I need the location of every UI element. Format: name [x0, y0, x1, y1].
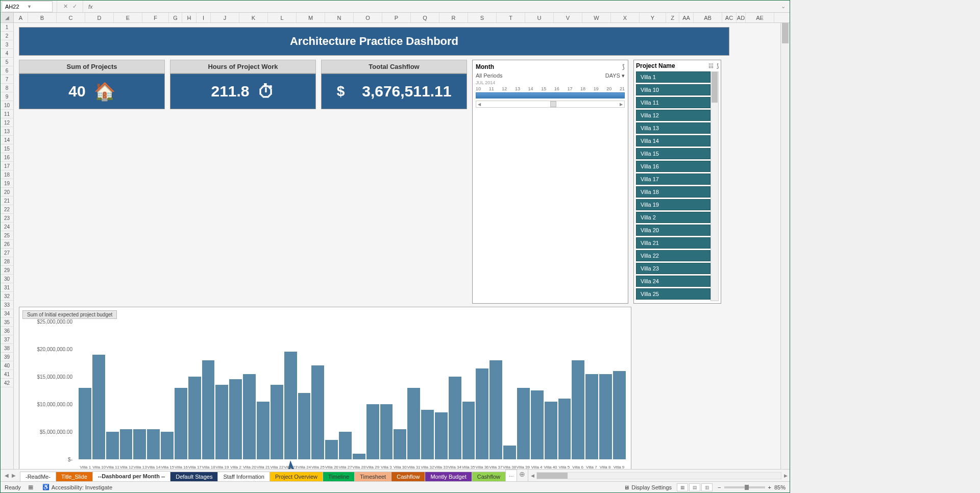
timeline-slicer[interactable]: Month ⟆ All Periods DAYS ▾ JUL 2014 1011…	[472, 60, 628, 304]
slicer-item[interactable]: Villa 16	[636, 161, 710, 172]
sheet-tab[interactable]: Cashflow	[472, 472, 505, 481]
accessibility-status[interactable]: ♿ Accessibility: Investigate	[42, 484, 112, 490]
column-header[interactable]: S	[468, 13, 497, 22]
column-header[interactable]: X	[611, 13, 640, 22]
slicer-item[interactable]: Villa 21	[636, 237, 710, 249]
sheet-tab[interactable]: Montly Budget	[425, 472, 472, 481]
row-header[interactable]: 11	[1, 110, 13, 118]
new-sheet-button[interactable]: ⊕	[517, 470, 528, 481]
column-header[interactable]: F	[142, 13, 169, 22]
check-icon[interactable]: ✓	[70, 3, 79, 10]
chevron-down-icon[interactable]: ▼	[27, 4, 49, 9]
slicer-item[interactable]: Villa 24	[636, 276, 710, 287]
row-header[interactable]: 41	[1, 370, 13, 379]
row-header[interactable]: 13	[1, 127, 13, 136]
row-header[interactable]: 20	[1, 188, 13, 196]
column-header[interactable]: K	[239, 13, 268, 22]
name-box[interactable]: AH22 ▼	[2, 1, 53, 12]
column-header[interactable]: Y	[640, 13, 666, 22]
horizontal-scrollbar[interactable]: ◀ ▶	[528, 470, 790, 481]
slicer-item[interactable]: Villa 22	[636, 250, 710, 261]
tab-more[interactable]: ...	[505, 470, 517, 481]
zoom-value[interactable]: 85%	[774, 484, 786, 490]
sheet-tab[interactable]: Staff Information	[217, 472, 270, 481]
row-header[interactable]: 15	[1, 144, 13, 153]
row-header[interactable]: 24	[1, 223, 13, 231]
slicer-item[interactable]: Villa 19	[636, 199, 710, 210]
column-header[interactable]: AD	[737, 13, 746, 22]
row-header[interactable]: 9	[1, 92, 13, 101]
budget-chart[interactable]: Sum of Initial expected project budget $…	[19, 307, 631, 469]
column-header[interactable]: AC	[722, 13, 737, 22]
slicer-item[interactable]: Villa 15	[636, 148, 710, 159]
timeline-unit[interactable]: DAYS ▾	[605, 72, 625, 79]
sheet-tab[interactable]: -ReadMe-	[20, 472, 56, 481]
row-header[interactable]: 12	[1, 118, 13, 127]
sheet-tab[interactable]: Cashflow	[391, 472, 425, 481]
slicer-item[interactable]: Villa 20	[636, 225, 710, 236]
column-header[interactable]: T	[497, 13, 525, 22]
multiselect-icon[interactable]: ☷	[708, 63, 714, 69]
column-header[interactable]: M	[297, 13, 325, 22]
clear-filter-icon[interactable]: ⟆	[622, 63, 625, 70]
fx-label[interactable]: fx	[88, 4, 93, 10]
row-header[interactable]: 39	[1, 353, 13, 361]
row-header[interactable]: 19	[1, 179, 13, 188]
row-header[interactable]: 40	[1, 361, 13, 370]
slicer-item[interactable]: Villa 25	[636, 288, 710, 300]
row-header[interactable]: 7	[1, 75, 13, 84]
row-header[interactable]: 31	[1, 283, 13, 292]
row-header[interactable]: 30	[1, 275, 13, 283]
row-header[interactable]: 2	[1, 32, 13, 40]
display-settings[interactable]: 🖥 Display Settings	[624, 484, 672, 490]
row-header[interactable]: 38	[1, 344, 13, 353]
row-header[interactable]: 28	[1, 257, 13, 266]
column-header[interactable]: P	[382, 13, 411, 22]
column-header[interactable]: Q	[411, 13, 439, 22]
slicer-item[interactable]: Villa 11	[636, 97, 710, 108]
sheet-tab[interactable]: Project Overview	[270, 472, 323, 481]
row-header[interactable]: 14	[1, 136, 13, 144]
zoom-out-button[interactable]: −	[718, 484, 721, 490]
column-header[interactable]: AB	[694, 13, 722, 22]
sheet-tab[interactable]: Default Stages	[170, 472, 218, 481]
row-header[interactable]: 27	[1, 249, 13, 257]
tab-nav-left-icon[interactable]: ◀	[5, 473, 9, 478]
slicer-item[interactable]: Villa 10	[636, 84, 710, 95]
slicer-item[interactable]: Villa 18	[636, 186, 710, 198]
column-header[interactable]: AE	[746, 13, 774, 22]
tab-nav-buttons[interactable]: ◀ ▶	[1, 470, 20, 481]
row-header[interactable]: 17	[1, 162, 13, 170]
vertical-scrollbar[interactable]	[780, 23, 790, 469]
project-slicer[interactable]: Project Name ☷ ⟆ Villa 1Villa 10Villa 11…	[633, 60, 721, 304]
cancel-icon[interactable]: ✕	[61, 3, 69, 10]
arrow-right-icon[interactable]: ▶	[781, 473, 790, 478]
row-header[interactable]: 34	[1, 309, 13, 318]
row-header[interactable]: 5	[1, 58, 13, 66]
row-header[interactable]: 3	[1, 40, 13, 49]
column-header[interactable]: G	[169, 13, 182, 22]
zoom-control[interactable]: − + 85%	[718, 484, 786, 490]
column-header[interactable]: N	[325, 13, 354, 22]
column-header[interactable]: I	[197, 13, 211, 22]
column-header[interactable]: U	[525, 13, 554, 22]
select-all-corner[interactable]: ◢	[1, 13, 14, 22]
zoom-slider[interactable]	[724, 486, 765, 488]
column-header[interactable]: A	[14, 13, 28, 22]
column-header[interactable]: R	[439, 13, 468, 22]
arrow-right-icon[interactable]: ▶	[618, 102, 624, 107]
row-header[interactable]: 32	[1, 292, 13, 301]
zoom-in-button[interactable]: +	[768, 484, 771, 490]
worksheet[interactable]: Architecture Practice Dashbord Sum of Pr…	[14, 23, 780, 469]
column-header[interactable]: E	[114, 13, 142, 22]
slicer-item[interactable]: Villa 2	[636, 212, 710, 223]
column-header[interactable]: H	[182, 13, 197, 22]
row-header[interactable]: 8	[1, 84, 13, 92]
column-header[interactable]: V	[554, 13, 582, 22]
row-header[interactable]: 23	[1, 214, 13, 223]
slicer-scrollbar[interactable]	[710, 71, 719, 301]
sheet-tab[interactable]: Timesheet	[354, 472, 391, 481]
clear-filter-icon[interactable]: ⟆	[717, 63, 719, 69]
tab-nav-right-icon[interactable]: ▶	[12, 473, 16, 478]
slicer-item[interactable]: Villa 23	[636, 263, 710, 274]
